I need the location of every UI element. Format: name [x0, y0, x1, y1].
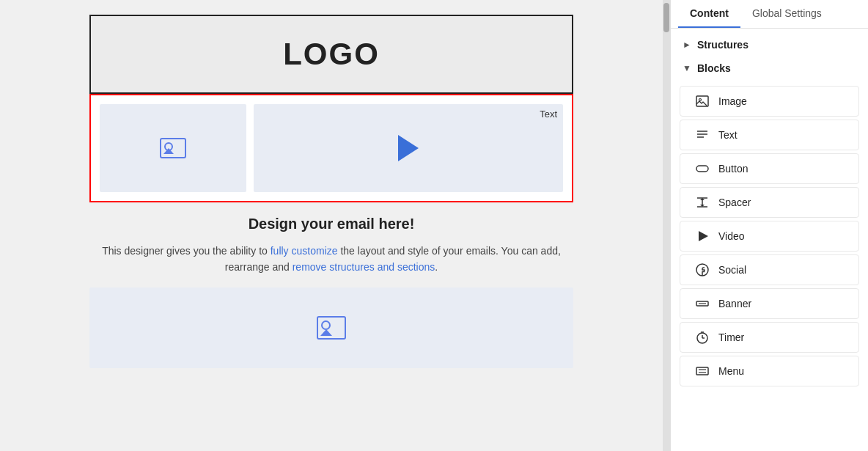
chevron-down-icon: ▼: [683, 63, 691, 73]
canvas-scroll-thumb[interactable]: [663, 3, 669, 32]
block-item-banner[interactable]: Banner: [680, 288, 859, 319]
social-block-icon: [695, 263, 710, 277]
block-label-video: Video: [718, 230, 745, 242]
right-panel: Content Global Settings ► Structures ▼ B…: [670, 0, 868, 451]
highlight-remove: remove structures and sections: [293, 261, 435, 273]
svg-rect-5: [696, 166, 708, 172]
bottom-image-block[interactable]: [89, 287, 573, 368]
panel-tabs: Content Global Settings: [671, 0, 868, 29]
block-label-menu: Menu: [718, 365, 744, 377]
design-heading: Design your email here!: [89, 216, 573, 232]
chevron-right-icon: ►: [683, 40, 691, 50]
blocks-list: Image Text: [671, 80, 868, 392]
block-item-menu[interactable]: Menu: [680, 356, 859, 386]
image-icon: [160, 138, 186, 158]
spacer-block-icon: [695, 195, 710, 210]
block-item-video[interactable]: Video: [680, 221, 859, 252]
content-block[interactable]: Text: [89, 94, 573, 202]
text-block-icon: [695, 128, 710, 142]
video-text-label: Text: [540, 109, 557, 120]
svg-marker-9: [699, 231, 708, 241]
blocks-label: Blocks: [697, 62, 731, 74]
logo-text: LOGO: [111, 37, 551, 72]
block-label-button: Button: [718, 163, 748, 175]
canvas-area: LOGO Text Design your email here! This d…: [0, 0, 663, 451]
block-item-text[interactable]: Text: [680, 120, 859, 150]
block-label-timer: Timer: [718, 331, 744, 343]
button-block-icon: [695, 161, 710, 176]
block-label-spacer: Spacer: [718, 197, 751, 208]
block-item-image[interactable]: Image: [680, 86, 859, 117]
canvas-scrollbar[interactable]: [663, 0, 670, 451]
block-label-text: Text: [718, 129, 738, 141]
image-placeholder: [100, 104, 246, 192]
highlight-customize: fully customize: [271, 245, 338, 257]
play-icon: [398, 135, 419, 161]
menu-block-icon: [695, 364, 710, 378]
block-label-social: Social: [718, 264, 746, 276]
design-description: This designer gives you the ability to f…: [89, 243, 573, 276]
svg-point-1: [699, 99, 702, 101]
panel-content: ► Structures ▼ Blocks Image: [671, 29, 868, 451]
block-item-spacer[interactable]: Spacer: [680, 187, 859, 218]
block-label-image: Image: [718, 95, 747, 107]
video-placeholder: Text: [254, 104, 563, 192]
svg-rect-17: [696, 367, 708, 375]
timer-block-icon: [695, 330, 710, 345]
blocks-section-header[interactable]: ▼ Blocks: [671, 56, 868, 80]
block-item-social[interactable]: Social: [680, 254, 859, 285]
logo-block[interactable]: LOGO: [89, 15, 573, 94]
banner-block-icon: [695, 296, 710, 311]
tab-content[interactable]: Content: [678, 0, 740, 28]
bottom-image-icon: [317, 316, 346, 340]
block-label-banner: Banner: [718, 298, 751, 309]
structures-label: Structures: [697, 39, 749, 51]
image-block-icon: [695, 94, 710, 109]
video-block-icon: [695, 229, 710, 243]
block-item-timer[interactable]: Timer: [680, 322, 859, 353]
block-item-button[interactable]: Button: [680, 153, 859, 184]
structures-section-header[interactable]: ► Structures: [671, 33, 868, 56]
tab-global-settings[interactable]: Global Settings: [740, 0, 834, 28]
